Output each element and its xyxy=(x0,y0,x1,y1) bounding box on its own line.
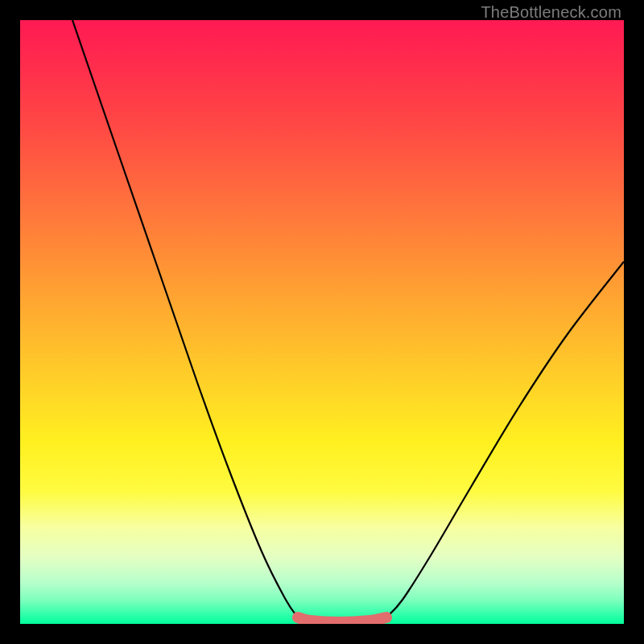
watermark-text: TheBottleneck.com xyxy=(481,3,621,22)
plot-area xyxy=(20,20,624,624)
chart-container: TheBottleneck.com xyxy=(0,0,644,644)
